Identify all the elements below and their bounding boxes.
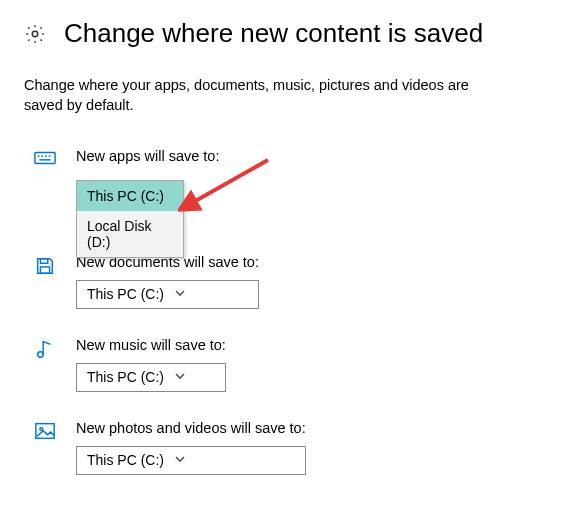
svg-point-11 — [40, 427, 43, 430]
section-photos: New photos and videos will save to: This… — [24, 420, 548, 475]
chevron-down-icon — [174, 452, 186, 468]
apps-dropdown[interactable]: This PC (C:) Local Disk (D:) — [76, 180, 184, 258]
documents-combo[interactable]: This PC (C:) — [76, 280, 259, 309]
apps-label: New apps will save to: — [76, 148, 219, 164]
dropdown-option-1[interactable]: Local Disk (D:) — [77, 211, 183, 257]
chevron-down-icon — [174, 286, 186, 302]
keyboard-icon — [34, 149, 56, 171]
image-icon — [34, 421, 56, 443]
gear-icon — [24, 23, 46, 45]
svg-rect-7 — [40, 258, 47, 263]
documents-value: This PC (C:) — [87, 286, 164, 302]
chevron-down-icon — [174, 369, 186, 385]
svg-point-9 — [38, 351, 44, 357]
section-music: New music will save to: This PC (C:) — [24, 337, 548, 392]
music-value: This PC (C:) — [87, 369, 164, 385]
page-subtitle: Change where your apps, documents, music… — [24, 75, 494, 116]
photos-combo[interactable]: This PC (C:) — [76, 446, 306, 475]
section-apps: New apps will save to: — [24, 148, 548, 174]
page-title: Change where new content is saved — [64, 18, 483, 49]
music-note-icon — [34, 338, 56, 360]
music-label: New music will save to: — [76, 337, 226, 353]
svg-rect-1 — [35, 152, 55, 163]
svg-point-0 — [32, 31, 38, 37]
svg-rect-8 — [40, 267, 49, 273]
photos-label: New photos and videos will save to: — [76, 420, 306, 436]
photos-value: This PC (C:) — [87, 452, 164, 468]
music-combo[interactable]: This PC (C:) — [76, 363, 226, 392]
section-documents: New documents will save to: This PC (C:) — [24, 254, 548, 309]
dropdown-option-0[interactable]: This PC (C:) — [77, 181, 183, 211]
title-row: Change where new content is saved — [24, 18, 548, 49]
save-icon — [34, 255, 56, 277]
svg-rect-10 — [36, 423, 54, 438]
